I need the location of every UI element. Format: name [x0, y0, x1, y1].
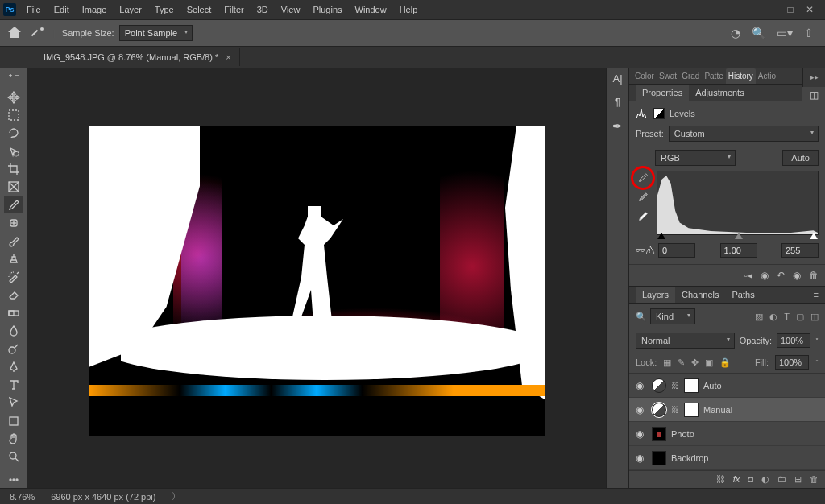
layers-panel-menu-icon[interactable]: ≡	[814, 290, 819, 300]
layer-filter-kind[interactable]: Kind	[650, 308, 695, 324]
eyedropper-tool-icon[interactable]	[31, 26, 45, 40]
paragraph-panel-icon[interactable]: ¶	[615, 93, 620, 111]
eyedropper-tool[interactable]	[4, 196, 23, 213]
zoom-tool[interactable]	[4, 448, 23, 465]
frame-tool[interactable]	[4, 179, 23, 195]
zoom-readout[interactable]: 8.76%	[10, 492, 35, 502]
tab-properties[interactable]: Properties	[636, 85, 689, 101]
path-select-tool[interactable]	[4, 395, 23, 411]
layer-thumb[interactable]	[652, 427, 666, 441]
channel-select[interactable]: RGB	[655, 150, 736, 166]
handles-icon[interactable]	[4, 71, 23, 87]
white-slider[interactable]	[810, 233, 818, 239]
menu-type[interactable]: Type	[149, 2, 180, 17]
visibility-toggle[interactable]: ◉	[636, 452, 647, 464]
toggle-visibility-icon[interactable]: ◉	[793, 270, 801, 281]
layer-name[interactable]: Auto	[703, 381, 722, 390]
layer-thumb[interactable]	[652, 451, 666, 465]
shape-tool[interactable]	[4, 413, 23, 429]
layer-fx-icon[interactable]: fx	[733, 474, 740, 485]
histogram-warning-icon[interactable]: ⏔⚠	[636, 245, 655, 256]
input-black-field[interactable]	[658, 243, 695, 258]
blur-tool[interactable]	[4, 323, 23, 339]
menu-help[interactable]: Help	[394, 2, 424, 17]
lasso-tool[interactable]	[4, 125, 23, 141]
layer-mask-thumb[interactable]	[684, 403, 699, 417]
menu-filter[interactable]: Filter	[218, 2, 249, 17]
menu-view[interactable]: View	[276, 2, 306, 17]
new-group-icon[interactable]: 🗀	[777, 474, 786, 485]
minimize-icon[interactable]: —	[765, 4, 777, 15]
filter-smart-icon[interactable]: ◫	[810, 312, 819, 322]
workspace-icon[interactable]: ▭▾	[777, 27, 793, 39]
document-dimensions[interactable]: 6960 px x 4640 px (72 ppi)	[51, 492, 155, 502]
close-icon[interactable]: ✕	[804, 4, 815, 15]
black-slider[interactable]	[657, 233, 665, 239]
tab-channels[interactable]: Channels	[675, 287, 725, 303]
tab-actions[interactable]: Actio	[756, 68, 778, 84]
link-layers-icon[interactable]: ⛓	[716, 474, 725, 485]
lock-all-icon[interactable]: 🔒	[719, 357, 731, 368]
lock-pixels-icon[interactable]: ✎	[678, 357, 685, 368]
menu-window[interactable]: Window	[350, 2, 392, 17]
healing-tool[interactable]	[4, 215, 23, 231]
gradient-tool[interactable]	[4, 304, 23, 320]
layer-name[interactable]: Photo	[671, 429, 694, 439]
input-white-field[interactable]	[781, 243, 819, 258]
delete-adjustment-icon[interactable]: 🗑	[809, 270, 819, 281]
home-icon[interactable]	[6, 25, 23, 41]
menu-select[interactable]: Select	[181, 2, 218, 17]
cloud-user-icon[interactable]: ◔	[731, 27, 740, 39]
glyphs-panel-icon[interactable]: ✒	[612, 116, 623, 137]
auto-button[interactable]: Auto	[782, 150, 819, 166]
menu-layer[interactable]: Layer	[114, 2, 147, 17]
tab-gradients[interactable]: Grad	[679, 68, 702, 84]
maximize-icon[interactable]: □	[785, 4, 796, 15]
close-tab-icon[interactable]: ×	[226, 52, 230, 62]
menu-3d[interactable]: 3D	[251, 2, 274, 17]
share-icon[interactable]: ⇧	[804, 27, 814, 39]
crop-tool[interactable]	[4, 161, 23, 177]
menu-file[interactable]: File	[21, 2, 47, 17]
lock-position-icon[interactable]: ✥	[691, 357, 699, 368]
canvas-area[interactable]	[27, 68, 606, 488]
sample-size-select[interactable]: Point Sample	[119, 25, 193, 41]
input-gamma-field[interactable]	[720, 243, 757, 258]
new-adjustment-icon[interactable]: ◐	[761, 474, 769, 485]
fill-field[interactable]: 100%	[775, 355, 809, 370]
search-icon[interactable]: 🔍	[752, 27, 765, 39]
delete-layer-icon[interactable]: 🗑	[810, 474, 819, 485]
clip-to-layer-icon[interactable]: ▫◂	[744, 270, 752, 281]
visibility-toggle[interactable]: ◉	[636, 404, 647, 415]
filter-shape-icon[interactable]: ▢	[796, 312, 804, 322]
tab-swatches[interactable]: Swat	[657, 68, 679, 84]
link-icon[interactable]: ⛓	[671, 405, 679, 414]
blend-mode-select[interactable]: Normal	[636, 333, 735, 349]
layer-mask-thumb[interactable]	[684, 378, 699, 393]
move-tool[interactable]	[4, 89, 23, 105]
tab-paths[interactable]: Paths	[726, 287, 761, 303]
reset-icon[interactable]: ↶	[777, 270, 785, 281]
quick-select-tool[interactable]	[4, 143, 23, 159]
visibility-toggle[interactable]: ◉	[636, 380, 647, 391]
adjustment-thumb[interactable]	[652, 403, 666, 417]
tab-layers[interactable]: Layers	[636, 287, 675, 303]
pen-tool[interactable]	[4, 359, 23, 375]
white-point-eyedropper[interactable]	[636, 209, 650, 224]
brush-tool[interactable]	[4, 233, 23, 249]
menu-edit[interactable]: Edit	[48, 2, 75, 17]
layer-name[interactable]: Backdrop	[671, 453, 708, 463]
edit-toolbar-icon[interactable]	[4, 472, 23, 488]
menu-plugins[interactable]: Plugins	[307, 2, 347, 17]
black-point-eyedropper[interactable]	[636, 171, 650, 185]
dodge-tool[interactable]	[4, 341, 23, 357]
document-tab[interactable]: IMG_9548.JPG @ 8.76% (Manual, RGB/8) * ×	[35, 48, 240, 66]
document-canvas[interactable]	[89, 126, 545, 436]
tab-color[interactable]: Color	[632, 68, 657, 84]
layer-name[interactable]: Manual	[703, 405, 732, 415]
adjustment-thumb[interactable]	[652, 378, 666, 393]
status-chevron-icon[interactable]: 〉	[172, 490, 180, 502]
marquee-tool[interactable]	[4, 107, 23, 123]
link-icon[interactable]: ⛓	[671, 381, 679, 390]
clone-stamp-tool[interactable]	[4, 250, 23, 266]
